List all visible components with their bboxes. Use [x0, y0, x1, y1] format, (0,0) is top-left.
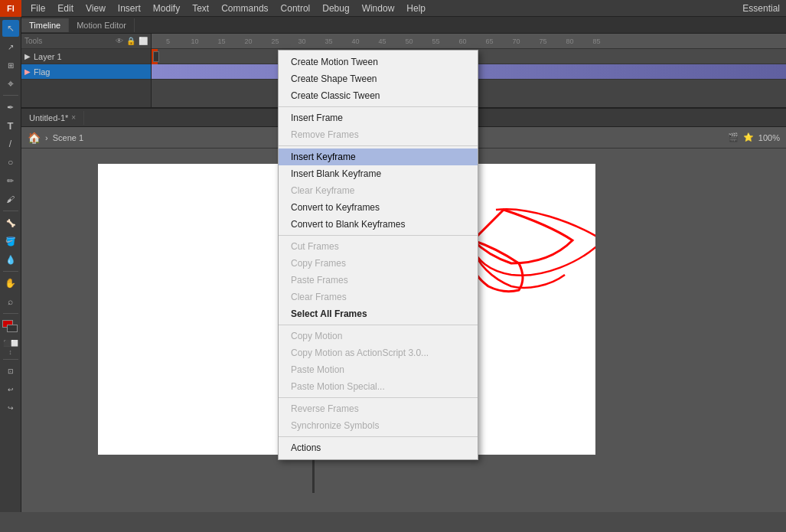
ctx-clear-keyframe: Clear Keyframe — [279, 182, 478, 199]
ctx-synchronize-symbols: Synchronize Symbols — [279, 417, 478, 434]
ctx-cut-frames: Cut Frames — [279, 238, 478, 255]
timeline-tabs: Timeline Motion Editor — [21, 17, 786, 34]
menu-insert[interactable]: Insert — [112, 2, 147, 15]
ctx-reverse-frames: Reverse Frames — [279, 400, 478, 417]
ctx-copy-frames: Copy Frames — [279, 255, 478, 272]
tab-timeline[interactable]: Timeline — [21, 18, 69, 32]
tool-oval[interactable]: ○ — [2, 154, 19, 171]
ctx-insert-blank-keyframe[interactable]: Insert Blank Keyframe — [279, 165, 478, 182]
tool-pencil[interactable]: ✏ — [2, 172, 19, 189]
breadcrumb-home-icon: 🏠 — [28, 132, 41, 144]
menu-bar: Fl File Edit View Insert Modify Text Com… — [0, 0, 786, 17]
tool-subselect[interactable]: ↗ — [2, 38, 19, 55]
tool-brush[interactable]: 🖌 — [2, 191, 19, 207]
tool-select[interactable]: ↖ — [2, 20, 19, 37]
tool-pen[interactable]: ✒ — [2, 99, 19, 116]
menu-view[interactable]: View — [80, 2, 112, 15]
breadcrumb-scene: Scene 1 — [53, 133, 83, 142]
menu-debug[interactable]: Debug — [316, 2, 355, 15]
tool-free-transform[interactable]: ⊞ — [2, 57, 19, 73]
ctx-remove-frames: Remove Frames — [279, 126, 478, 143]
ctx-convert-to-keyframes[interactable]: Convert to Keyframes — [279, 199, 478, 216]
ctx-paste-motion: Paste Motion — [279, 361, 478, 378]
tool-line[interactable]: / — [2, 135, 19, 152]
ctx-select-all-frames[interactable]: Select All Frames — [279, 305, 478, 322]
sep3 — [279, 235, 478, 236]
tool-snap[interactable]: ⊡ — [2, 363, 19, 380]
ctx-copy-motion: Copy Motion — [279, 328, 478, 344]
ctx-actions[interactable]: Actions — [279, 439, 478, 456]
layer1-label: Layer 1 — [34, 52, 62, 61]
tool-text[interactable]: T — [2, 117, 19, 134]
menu-control[interactable]: Control — [275, 2, 317, 15]
flag-label: Flag — [34, 67, 50, 77]
tool-hand[interactable]: ✋ — [2, 275, 19, 292]
tab-motion-editor[interactable]: Motion Editor — [69, 18, 135, 32]
tool-lasso[interactable]: ⌖ — [2, 75, 19, 92]
ctx-paste-motion-special: Paste Motion Special... — [279, 378, 478, 395]
ctx-clear-frames: Clear Frames — [279, 289, 478, 305]
tool-bone[interactable]: 🦴 — [2, 214, 19, 231]
ctx-paste-frames: Paste Frames — [279, 272, 478, 289]
menu-modify[interactable]: Modify — [147, 2, 186, 15]
sep6 — [279, 436, 478, 437]
zoom-value: 100% — [758, 133, 780, 142]
ctx-create-shape-tween[interactable]: Create Shape Tween — [279, 70, 478, 87]
ctx-create-motion-tween[interactable]: Create Motion Tween — [279, 54, 478, 70]
frame-ruler: 5 10 15 20 25 30 35 40 45 50 55 60 65 70 — [152, 34, 786, 49]
toolbar: ↖ ↗ ⊞ ⌖ ✒ T / ○ ✏ 🖌 🦴 🪣 💧 ✋ ⌕ ⬛⬜ ↕ ⊡ ↩ ↪ — [0, 17, 21, 512]
menu-window[interactable]: Window — [356, 2, 401, 15]
fill-color[interactable] — [7, 325, 18, 332]
layer-row-layer1[interactable]: ▶ Layer 1 — [21, 49, 151, 64]
menu-commands[interactable]: Commands — [215, 2, 274, 15]
frame-icon: ⬜ — [139, 37, 148, 45]
ctx-copy-motion-as: Copy Motion as ActionScript 3.0... — [279, 344, 478, 361]
menu-text[interactable]: Text — [186, 2, 215, 15]
ctx-insert-keyframe[interactable]: Insert Keyframe — [279, 149, 478, 165]
menu-file[interactable]: File — [24, 2, 51, 15]
stage-icon2: ⭐ — [743, 132, 754, 142]
essential-label: Essential — [736, 2, 786, 15]
sep4 — [279, 325, 478, 325]
doc-tab-close[interactable]: × — [71, 113, 76, 122]
menu-help[interactable]: Help — [400, 2, 432, 15]
sep2 — [279, 145, 478, 146]
ctx-create-classic-tween[interactable]: Create Classic Tween — [279, 87, 478, 104]
tool-smooth[interactable]: ↩ — [2, 381, 19, 398]
sep1 — [279, 106, 478, 107]
tool-zoom[interactable]: ⌕ — [2, 293, 19, 310]
ctx-convert-to-blank-keyframes[interactable]: Convert to Blank Keyframes — [279, 216, 478, 233]
tool-straighten[interactable]: ↪ — [2, 400, 19, 416]
stage-icon1: 🎬 — [728, 132, 739, 142]
tool-paint-bucket[interactable]: 🪣 — [2, 233, 19, 250]
doc-tab-label: Untitled-1* — [29, 113, 68, 122]
layer-row-flag[interactable]: ▶ Flag — [21, 64, 151, 80]
app-icon: Fl — [0, 0, 21, 17]
breadcrumb-arrow: › — [45, 133, 48, 142]
lock-icon: 🔒 — [126, 37, 135, 45]
tool-eyedropper[interactable]: 💧 — [2, 251, 19, 268]
ctx-insert-frame[interactable]: Insert Frame — [279, 109, 478, 126]
menu-edit[interactable]: Edit — [51, 2, 80, 15]
layer-header: Tools 👁 🔒 ⬜ — [21, 34, 151, 49]
sep5 — [279, 397, 478, 398]
layer-panel: Tools 👁 🔒 ⬜ ▶ Layer 1 ▶ Flag — [21, 34, 152, 107]
context-menu: Create Motion Tween Create Shape Tween C… — [278, 50, 478, 460]
doc-tab-untitled[interactable]: Untitled-1* × — [21, 111, 84, 125]
eye-icon: 👁 — [116, 37, 123, 45]
